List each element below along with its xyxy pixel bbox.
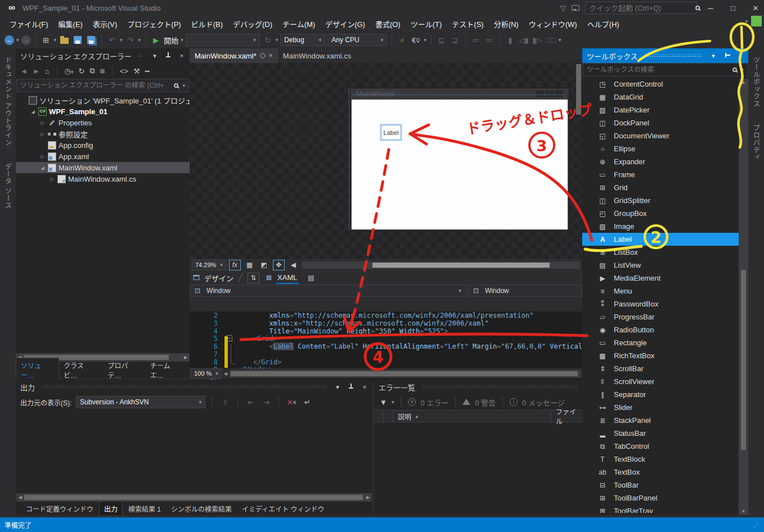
- tree-item[interactable]: ソリューション 'WPF_Sample_01' (1 プロジェク: [16, 94, 190, 106]
- output-source-combo[interactable]: Subversion - AnkhSVN▾: [76, 396, 205, 408]
- new-file-icon[interactable]: ⊞: [41, 34, 52, 46]
- close-icon[interactable]: ×: [360, 384, 369, 390]
- toolbox-item[interactable]: ◉RadioButton: [582, 323, 748, 336]
- bookmark-icon[interactable]: ▮: [505, 34, 516, 46]
- toolbox-item[interactable]: ALabel: [582, 233, 748, 246]
- tree-expander-icon[interactable]: ◢: [30, 109, 36, 114]
- platform-combo[interactable]: Any CPU▾: [327, 34, 387, 46]
- xaml-designer[interactable]: MainWindow Label: [190, 63, 582, 259]
- panel-grip[interactable]: [42, 385, 326, 389]
- toolbox-item[interactable]: ⊞Grid: [582, 181, 748, 194]
- window-position-icon[interactable]: ▾: [150, 52, 159, 60]
- toolbox-search-box[interactable]: ▾: [583, 63, 748, 76]
- column-severity[interactable]: [384, 411, 393, 422]
- menu-item[interactable]: チーム(M): [277, 16, 320, 32]
- window-position-icon[interactable]: ▾: [333, 384, 342, 391]
- panel-grip[interactable]: [422, 385, 577, 389]
- tree-item[interactable]: ◢C#WPF_Sample_01: [16, 106, 190, 117]
- scrollbar-thumb[interactable]: [372, 263, 550, 268]
- scroll-down-icon[interactable]: ▼: [739, 509, 748, 514]
- start-dropdown-icon[interactable]: ▾: [181, 37, 183, 43]
- toolbox-item[interactable]: ▤ListView: [582, 259, 748, 272]
- tree-item[interactable]: ▷MainWindow.xaml.cs: [16, 173, 190, 184]
- refresh-dropdown-icon[interactable]: ▾: [276, 37, 278, 43]
- comment-icon[interactable]: ⊑: [436, 34, 447, 46]
- panel-grip[interactable]: [138, 54, 143, 57]
- scroll-left-icon[interactable]: ◀: [224, 371, 227, 376]
- output-hscrollbar[interactable]: ◀▶: [16, 493, 372, 502]
- tab-design[interactable]: デザイン: [204, 273, 233, 283]
- column-category[interactable]: [374, 411, 384, 422]
- undo-icon[interactable]: ↶: [106, 34, 118, 46]
- solution-bottom-tab[interactable]: ソリュー…: [16, 358, 59, 382]
- filter-dropdown-icon[interactable]: ▾: [392, 399, 394, 405]
- toolbox-item[interactable]: ▭Frame: [582, 168, 748, 181]
- panel-grip[interactable]: [645, 54, 702, 57]
- effects-toggle-icon[interactable]: fx: [229, 260, 241, 270]
- properties-icon[interactable]: ⚒: [133, 67, 140, 75]
- indent-decrease-icon[interactable]: ≔: [470, 34, 482, 46]
- tree-expander-icon[interactable]: ▷: [39, 120, 46, 125]
- back-dropdown-icon[interactable]: ▾: [16, 37, 19, 43]
- solution-bottom-tab[interactable]: チーム エ…: [146, 358, 190, 382]
- toolbox-vscrollbar[interactable]: ▲ ▼: [739, 79, 748, 515]
- close-button[interactable]: ✕: [747, 1, 764, 15]
- document-tab[interactable]: MainWindow.xaml*×: [190, 48, 278, 63]
- navigate-back-icon[interactable]: ←: [5, 35, 14, 45]
- document-tab[interactable]: MainWindow.xaml.cs: [278, 48, 356, 63]
- toolbox-item[interactable]: ⇕ScrollBar: [582, 362, 748, 375]
- snaplines-icon[interactable]: ✥: [273, 260, 285, 270]
- solution-search-input[interactable]: [17, 82, 170, 89]
- new-file-dropdown-icon[interactable]: ▾: [54, 37, 57, 43]
- output-bottom-tab[interactable]: シンボルの検索結果: [167, 502, 236, 516]
- undo-dropdown-icon[interactable]: ▾: [120, 37, 123, 43]
- goto-message-icon[interactable]: ⇧: [219, 396, 231, 408]
- scroll-up-icon[interactable]: ▲: [739, 80, 748, 85]
- breadcrumb-right[interactable]: ⊡ Window: [468, 285, 582, 297]
- side-tab[interactable]: データ ソース: [3, 159, 13, 214]
- toolbox-item[interactable]: ⊶Slider: [582, 401, 748, 414]
- open-file-icon[interactable]: [59, 34, 70, 46]
- design-canvas[interactable]: Label: [352, 100, 568, 229]
- toolbox-item[interactable]: ≡Menu: [582, 285, 748, 297]
- maximize-button[interactable]: □: [725, 1, 741, 15]
- bookmark-clear-icon[interactable]: ▮⃠: [545, 34, 556, 46]
- menu-item[interactable]: ヘルプ(H): [582, 16, 624, 32]
- designer-vscrollbar-thumb[interactable]: [576, 64, 581, 115]
- column-description[interactable]: 説明 ▲: [393, 411, 551, 422]
- bookmark-dropdown-icon[interactable]: ▾: [559, 37, 561, 43]
- pin-icon[interactable]: [164, 52, 173, 60]
- toolbox-item[interactable]: ○Ellipse: [582, 142, 748, 155]
- warnings-count[interactable]: 0 警告: [475, 397, 496, 408]
- quick-launch-box[interactable]: [585, 2, 696, 14]
- errors-count[interactable]: 0 エラー: [420, 397, 448, 408]
- code-hscrollbar[interactable]: [230, 370, 581, 377]
- tree-expander-icon[interactable]: ▷: [39, 154, 46, 159]
- view-code-icon[interactable]: <>: [120, 67, 128, 75]
- tree-item[interactable]: ▷参照設定: [16, 128, 190, 139]
- show-grid-icon[interactable]: ▦: [244, 260, 255, 270]
- designed-label-control[interactable]: Label: [381, 125, 401, 140]
- swap-panes-icon[interactable]: ⇅: [248, 273, 259, 283]
- start-button-label[interactable]: 開始: [164, 35, 178, 46]
- side-tab[interactable]: プロパティ: [752, 120, 761, 165]
- close-icon[interactable]: ×: [736, 52, 745, 59]
- toolbox-search-input[interactable]: [583, 66, 729, 74]
- toolbox-item[interactable]: ▦DataGrid: [582, 91, 748, 103]
- tree-expander-icon[interactable]: ▷: [49, 177, 55, 182]
- solution-bottom-tab[interactable]: プロパテ…: [104, 358, 146, 382]
- toolbox-item[interactable]: ▶MediaElement: [582, 272, 748, 285]
- toolbox-item[interactable]: TTextBlock: [582, 453, 748, 466]
- tree-expander-icon[interactable]: ▷: [39, 132, 46, 137]
- minimize-button[interactable]: ─: [702, 1, 719, 15]
- preview-icon[interactable]: ━: [145, 67, 150, 75]
- toolbox-item[interactable]: ◳ContentControl: [582, 78, 748, 91]
- filter-icon[interactable]: ▼: [380, 398, 387, 407]
- sync-icon[interactable]: ↻: [78, 67, 84, 75]
- toolbox-item[interactable]: ⧉TabControl: [582, 440, 748, 453]
- menu-item[interactable]: デバッグ(D): [228, 16, 277, 32]
- bookmark-next-icon[interactable]: ▮▷: [532, 34, 543, 46]
- toolbox-item[interactable]: ▂StatusBar: [582, 427, 748, 440]
- collapse-all-icon[interactable]: ⧉: [89, 66, 95, 75]
- menu-item[interactable]: 書式(O): [370, 16, 406, 32]
